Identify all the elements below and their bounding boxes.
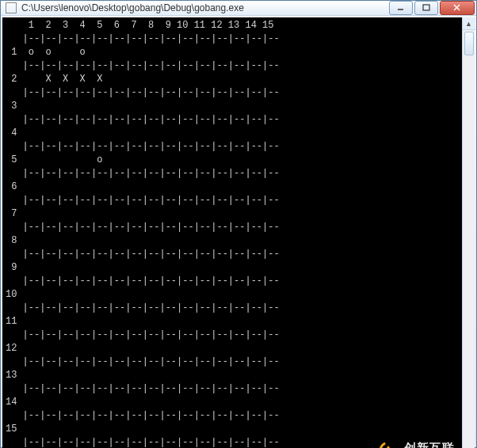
app-icon bbox=[6, 2, 17, 13]
close-button[interactable] bbox=[440, 1, 475, 15]
window-controls bbox=[389, 1, 475, 15]
titlebar[interactable]: C:\Users\lenovo\Desktop\gobang\Debug\gob… bbox=[1, 1, 476, 16]
scroll-up-button[interactable]: ▲ bbox=[463, 17, 475, 30]
console-output[interactable]: 1 2 3 4 5 6 7 8 9 10 11 12 13 14 15 |--|… bbox=[2, 17, 462, 448]
minimize-button[interactable] bbox=[389, 1, 413, 15]
maximize-button[interactable] bbox=[414, 1, 438, 15]
svg-rect-1 bbox=[423, 5, 429, 10]
client-area: 1 2 3 4 5 6 7 8 9 10 11 12 13 14 15 |--|… bbox=[2, 17, 475, 448]
window-frame: C:\Users\lenovo\Desktop\gobang\Debug\gob… bbox=[0, 0, 477, 448]
vertical-scrollbar[interactable]: ▲ ▼ bbox=[462, 17, 475, 448]
scroll-thumb[interactable] bbox=[464, 32, 474, 55]
window-title: C:\Users\lenovo\Desktop\gobang\Debug\gob… bbox=[21, 2, 389, 13]
